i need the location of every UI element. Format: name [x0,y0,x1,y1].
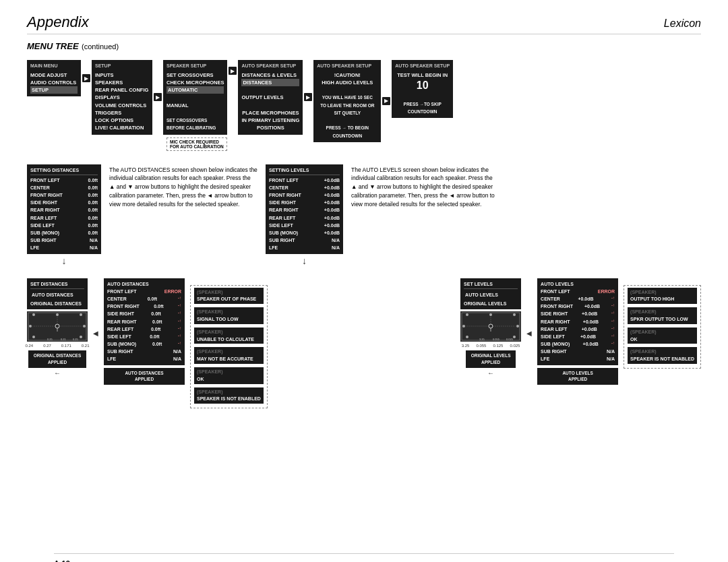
auto-levels-box: AUTO LEVELS FRONT LEFTERROR CENTER+0.0dB… [537,278,618,365]
distance-errors-group: (SPEAKER) SPEAKER OUT OF PHASE (SPEAKER)… [190,285,268,409]
svg-point-21 [516,325,519,327]
page-number: A-12 [54,559,70,562]
menu-box-test: AUTO SPEAKER SETUP TEST WILL BEGIN IN 10… [392,60,453,118]
menu-box-speaker-setup: SPEAKER SETUP SET CROSSOVERS CHECK MICRO… [163,60,227,135]
menu-box-main: MAIN MENU MODE ADJUST AUDIO CONTROLS SET… [27,60,81,96]
node-caution: AUTO SPEAKER SETUP !CAUTION! HIGH AUDIO … [313,60,392,142]
error-output-too-high: (SPEAKER) OUTPUT TOO HIGH [628,288,697,305]
speaker-diagram-levels: 3.25 0.055 0.025 [460,311,521,342]
node-speaker-setup: SPEAKER SETUP SET CROSSOVERS CHECK MICRO… [163,60,238,151]
setting-levels-col: SETTING LEVELS FRONT LEFT+0.0dB CENTER+0… [266,164,343,266]
bottom-row: SET DISTANCES AUTO DISTANCES ORIGINAL DI… [27,278,701,409]
svg-point-4 [29,325,32,327]
page-header: Appendix Lexicon [27,13,701,34]
svg-text:3.25: 3.25 [479,338,485,341]
svg-text:0.055: 0.055 [493,338,500,341]
arrow-2: ▶ [154,93,162,101]
svg-point-22 [466,336,468,338]
svg-point-3 [80,313,82,316]
top-flow-row: MAIN MENU MODE ADJUST AUDIO CONTROLS SET… [27,60,701,151]
speaker-diagram-dist: 0.25 0.21 0.25 [27,311,88,342]
arrow-3: ▶ [229,67,237,75]
middle-row: SETTING DISTANCES FRONT LEFT0.0ft CENTER… [27,164,701,266]
svg-point-2 [32,313,35,316]
set-distances-box: SET DISTANCES AUTO DISTANCES ORIGINAL DI… [27,278,88,310]
set-levels-box: SET LEVELS AUTO LEVELS ORIGINAL LEVELS [460,278,521,310]
arrow-auto-levels-left: ◀ [526,330,532,337]
error-signal-low: (SPEAKER) SIGNAL TOO LOW [194,307,264,324]
error-out-of-phase: (SPEAKER) SPEAKER OUT OF PHASE [194,288,264,305]
setting-distances-title: SETTING DISTANCES [30,166,98,175]
svg-point-1 [56,313,59,316]
auto-levels-applied: AUTO LEVELSAPPLIED [537,368,618,385]
menu-box-auto-1: AUTO SPEAKER SETUP DISTANCES & LEVELS DI… [238,60,303,135]
error-not-enabled-dist: (SPEAKER) SPEAKER IS NOT ENABLED [194,387,264,404]
error-unable-calc: (SPEAKER) UNABLE TO CALCULATE [194,327,264,344]
node-setup: SETUP INPUTS SPEAKERS REAR PANEL CONFIG … [92,60,163,135]
svg-point-24 [489,324,493,328]
setting-levels-box: SETTING LEVELS FRONT LEFT+0.0dB CENTER+0… [266,164,343,254]
auto-distances-box: AUTO DISTANCES FRONT LEFTERROR CENTER0.0… [104,278,185,365]
page-title: Appendix [27,13,89,31]
svg-point-18 [466,313,468,316]
svg-point-23 [513,336,516,338]
arrow-4: ▶ [304,93,312,101]
svg-point-19 [513,313,516,316]
info-distances-text: The AUTO DISTANCES screen shown below in… [109,166,257,209]
svg-text:0.025: 0.025 [506,338,514,341]
setting-levels-title: SETTING LEVELS [269,166,340,175]
info-levels-text: The AUTO LEVELS screen shown below indic… [351,166,499,209]
set-levels-group: SET LEVELS AUTO LEVELS ORIGINAL LEVELS [460,278,521,377]
page-brand: Lexicon [664,18,701,30]
svg-point-8 [55,324,59,328]
setting-distances-box: SETTING DISTANCES FRONT LEFT0.0ft CENTER… [27,164,101,254]
level-error-list: (SPEAKER) OUTPUT TOO HIGH (SPEAKER) SPKR… [624,285,701,369]
svg-point-7 [80,336,82,338]
set-distances-group: SET DISTANCES AUTO DISTANCES ORIGINAL DI… [27,278,88,377]
svg-text:0.25: 0.25 [73,338,79,341]
arrow-auto-dist-left: ◀ [93,330,98,337]
error-ok-dist: (SPEAKER) OK [194,367,264,384]
node-test-begin: AUTO SPEAKER SETUP TEST WILL BEGIN IN 10… [392,60,453,118]
menu-box-caution: AUTO SPEAKER SETUP !CAUTION! HIGH AUDIO … [313,60,381,142]
section-title: MENU TREE (continued) [27,40,701,52]
svg-text:0.21: 0.21 [61,338,67,341]
svg-point-20 [462,325,465,327]
svg-point-6 [32,336,35,338]
error-not-enabled-level: (SPEAKER) SPEAKER IS NOT ENABLED [628,347,697,364]
error-may-not-accurate: (SPEAKER) MAY NOT BE ACCURATE [194,347,264,364]
auto-distances-applied: AUTO DISTANCESAPPLIED [104,368,185,385]
node-auto-speaker-1: AUTO SPEAKER SETUP DISTANCES & LEVELS DI… [238,60,313,135]
svg-point-17 [489,313,492,316]
auto-distances-group: AUTO DISTANCES FRONT LEFTERROR CENTER0.0… [104,278,185,385]
auto-levels-group: AUTO LEVELS FRONT LEFTERROR CENTER+0.0dB… [537,278,618,385]
arrow-5: ▶ [382,97,390,105]
node-main-menu: MAIN MENU MODE ADJUST AUDIO CONTROLS SET… [27,60,92,96]
dashed-mic-check: MIC CHECK REQUIREDFOR AUTO CALIBRATION [166,137,227,151]
error-ok-level: (SPEAKER) OK [628,327,697,344]
svg-point-5 [83,325,86,327]
svg-text:0.25: 0.25 [47,338,53,341]
original-levels-applied: ORIGINAL LEVELSAPPLIED [466,350,516,368]
arrow-1: ▶ [82,74,90,82]
error-spkr-output-low: (SPEAKER) SPKR OUTPUT TOO LOW [628,307,697,324]
page-footer: A-12 [54,553,674,562]
level-errors-group: (SPEAKER) OUTPUT TOO HIGH (SPEAKER) SPKR… [624,285,701,369]
original-distances-applied: ORIGINAL DISTANCESAPPLIED [28,350,87,368]
distance-error-list: (SPEAKER) SPEAKER OUT OF PHASE (SPEAKER)… [190,285,268,409]
setting-distances-col: SETTING DISTANCES FRONT LEFT0.0ft CENTER… [27,164,101,266]
menu-box-setup: SETUP INPUTS SPEAKERS REAR PANEL CONFIG … [92,60,152,135]
